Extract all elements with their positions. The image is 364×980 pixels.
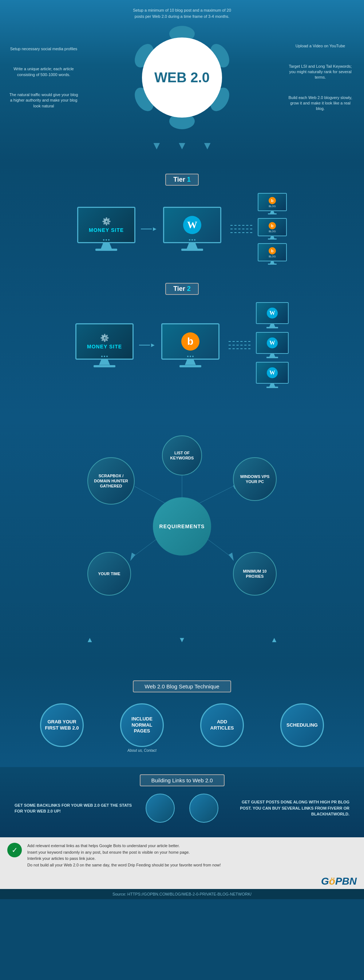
footer-note-1: Add relevant external links as that help… bbox=[27, 843, 221, 849]
tip-bot-left: The natural traffic would give your blog… bbox=[7, 90, 80, 111]
web20-section: Setup a minimum of 10 blog post and a ma… bbox=[0, 0, 364, 163]
money-icon-1: ⚙️ bbox=[102, 217, 111, 226]
money-icon-2: ⚙️ bbox=[100, 334, 109, 342]
tier2-wp-screen-3: W bbox=[256, 362, 289, 384]
blog-setup-title-box: Web 2.0 Blog Setup Technique bbox=[14, 680, 350, 692]
monitor-dots-3 bbox=[101, 356, 108, 357]
tier2-wp-screen-2: W bbox=[256, 332, 289, 354]
building-title: Building Links to Web 2.0 bbox=[140, 774, 224, 786]
monitor-stand-3 bbox=[99, 360, 110, 365]
dot3 bbox=[108, 239, 110, 241]
requirements-web: REQUIREMENTS LIST OF KEYWORDS WINDOWS VP… bbox=[55, 432, 309, 621]
blogger-icon-center: b bbox=[181, 332, 199, 351]
monitor-base-2 bbox=[181, 249, 203, 251]
tier1-arrow-1: ► bbox=[141, 226, 157, 232]
link-circle-right bbox=[189, 794, 218, 823]
money-site-1: ⚙️ MONEY SITE bbox=[77, 207, 135, 251]
arrow-1: ▼ bbox=[151, 139, 162, 152]
req-center-node: REQUIREMENTS bbox=[153, 497, 211, 555]
monitor-stand-4 bbox=[185, 360, 196, 365]
monitor-dots-1 bbox=[103, 239, 110, 241]
arrow-2: ▼ bbox=[176, 139, 188, 152]
footer-note-text: Add relevant external links as that help… bbox=[27, 843, 221, 868]
down-arrows: ▼ ▼ ▼ bbox=[7, 139, 357, 156]
dot11 bbox=[190, 356, 191, 357]
infographic: Setup a minimum of 10 blog post and a ma… bbox=[0, 0, 364, 899]
wp-screen-1: W bbox=[163, 207, 221, 243]
blogger-icon-3: b bbox=[269, 247, 276, 255]
left-tips: Setup necessary social media profiles Wr… bbox=[7, 45, 80, 111]
tier2-row: ⚙️ MONEY SITE ► bbox=[14, 302, 350, 388]
blog-base-3 bbox=[268, 264, 277, 265]
building-links-section: Building Links to Web 2.0 GET SOME BACKL… bbox=[0, 767, 364, 837]
wp-sm-icon-2: W bbox=[267, 337, 278, 348]
dot5 bbox=[191, 239, 193, 241]
wp-sm-icon-3: W bbox=[267, 368, 278, 378]
monitor-dots-4 bbox=[187, 356, 194, 357]
req-arrow-1: ▲ bbox=[86, 636, 94, 644]
money-screen-2: ⚙️ MONEY SITE bbox=[75, 323, 134, 360]
tier2-num: 2 bbox=[187, 285, 191, 292]
footer-note-2: Insert your keyword randomly in any post… bbox=[27, 849, 221, 856]
t2-base-3 bbox=[267, 387, 278, 388]
tier2-dashed-arrows bbox=[229, 341, 250, 349]
tier2-wp-1: W bbox=[256, 302, 289, 328]
step-1: GRAB YOUR FIRST WEB 2.0 bbox=[29, 703, 95, 752]
monitor-base-4 bbox=[180, 365, 201, 368]
center-top-tip: Setup a minimum of 10 blog post and a ma… bbox=[131, 7, 233, 19]
tier1-blogs: b BLOG b BLOG bbox=[258, 193, 287, 265]
tip-mid-left: Write a unique article; each article con… bbox=[7, 64, 80, 80]
tier2-label-container: Tier 2 bbox=[14, 283, 350, 295]
req-windowsvps-node: WINDOWS VPS YOUR PC bbox=[233, 457, 277, 501]
right-tips: Upload a Video on YouTube Target LSI and… bbox=[284, 41, 357, 114]
blog-setup-title: Web 2.0 Blog Setup Technique bbox=[133, 680, 231, 692]
req-scrapbox-node: SCRAPBOX / DOMAIN HUNTER GATHERED bbox=[87, 457, 135, 504]
blogger-monitor-center: b bbox=[161, 323, 219, 368]
blog-monitor-1: b BLOG bbox=[258, 193, 287, 215]
gopbn-logo-section: GöPBN bbox=[0, 874, 364, 889]
tip-bot-right: Build each Web 2.0 blogvery slowly, grow… bbox=[284, 93, 357, 114]
blog-monitor-2: b BLOG bbox=[258, 218, 287, 240]
tier1-row: ⚙️ MONEY SITE ► bbox=[14, 193, 350, 265]
t2-stand-1 bbox=[269, 324, 275, 327]
arrow-line-1 bbox=[141, 229, 152, 229]
web20-center: WEB 2.0 bbox=[80, 23, 284, 132]
t2-dashed-1 bbox=[229, 341, 250, 342]
t2-dashed-2 bbox=[229, 345, 250, 345]
web20-inner-circle: WEB 2.0 bbox=[142, 38, 222, 118]
building-title-box: Building Links to Web 2.0 bbox=[14, 774, 350, 786]
money-label-2: MONEY SITE bbox=[87, 344, 122, 350]
wp-monitor-1: W bbox=[163, 207, 221, 251]
step-2: INCLUDE NORMAL PAGES About us, Contact bbox=[109, 703, 175, 752]
blogger-screen-center: b bbox=[161, 323, 219, 360]
req-yourtime-node: YOUR TIME bbox=[87, 552, 131, 596]
blog-screen-2: b BLOG bbox=[258, 218, 287, 236]
t2-stand-2 bbox=[269, 354, 275, 357]
t2-arrow-line bbox=[139, 345, 150, 345]
dot12 bbox=[192, 356, 194, 357]
gopbn-logo-text: GöPBN bbox=[321, 875, 357, 887]
blog-base-2 bbox=[268, 239, 277, 240]
web20-title: WEB 2.0 bbox=[154, 71, 210, 84]
dashed-1 bbox=[230, 225, 252, 226]
blog-screen-1: b BLOG bbox=[258, 193, 287, 211]
step-4-circle: SCHEDULING bbox=[280, 703, 324, 747]
svg-line-7 bbox=[197, 486, 233, 504]
step-2-circle: INCLUDE NORMAL PAGES bbox=[120, 703, 164, 747]
monitor-base-1 bbox=[95, 249, 117, 251]
blog-stand-1 bbox=[270, 211, 275, 213]
blog-setup-steps: GRAB YOUR FIRST WEB 2.0 INCLUDE NORMAL P… bbox=[14, 703, 350, 752]
blog-text-3: BLOG bbox=[269, 255, 275, 258]
dot10 bbox=[187, 356, 189, 357]
monitor-dots-2 bbox=[189, 239, 196, 241]
tier1-num: 1 bbox=[187, 176, 191, 183]
dot2 bbox=[106, 239, 107, 241]
tier2-wp-3: W bbox=[256, 362, 289, 388]
tip-top-right: Upload a Video on YouTube bbox=[284, 41, 357, 51]
building-right-circle-col bbox=[186, 794, 222, 823]
source-bar: Source: HTTPS://GOPBN.COM/BLOG/WEB-2-0-P… bbox=[0, 889, 364, 899]
tip-mid-right: Target LSI and Long Tail Keywords; you m… bbox=[284, 62, 357, 82]
blog-stand-2 bbox=[270, 236, 275, 239]
tier1-dashed-arrows bbox=[230, 225, 252, 233]
building-left-text: GET SOME BACKLINKS FOR YOUR WEB 2.0 GET … bbox=[14, 802, 135, 815]
